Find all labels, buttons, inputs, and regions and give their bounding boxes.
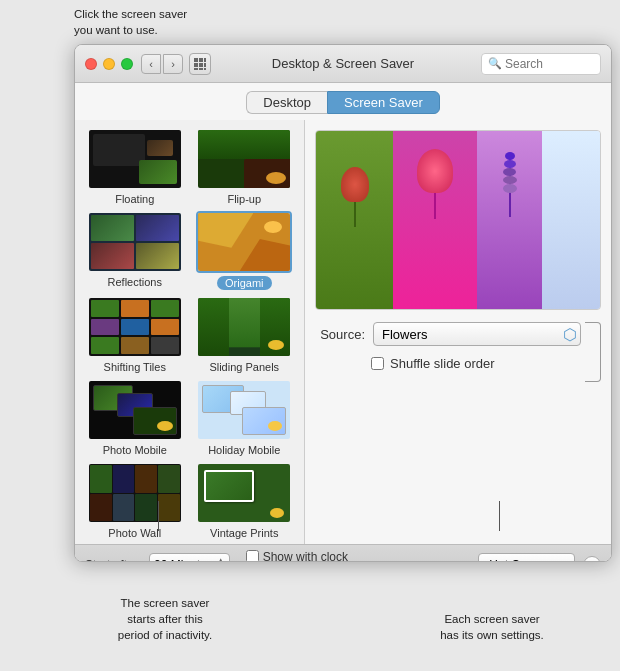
help-button[interactable]: ? <box>583 556 601 563</box>
saver-list: Floating Flip-up <box>75 120 305 544</box>
saver-label-vintage-prints: Vintage Prints <box>210 527 278 539</box>
saver-thumb-shifting-tiles <box>87 296 183 358</box>
source-row: Source: Flowers Desktop Pictures Choose … <box>315 322 581 346</box>
saver-item-sliding-panels[interactable]: Sliding Panels <box>193 296 297 373</box>
svg-rect-2 <box>204 58 206 62</box>
shuffle-row: Shuffle slide order <box>371 356 581 371</box>
saver-label-reflections: Reflections <box>108 276 162 288</box>
main-content: Floating Flip-up <box>75 120 611 544</box>
saver-thumb-flip-up <box>196 128 292 190</box>
bottom-checkboxes: Show with clock Use random screen saver <box>246 550 400 563</box>
saver-thumb-sliding-panels <box>196 296 292 358</box>
saver-thumb-photo-mobile <box>87 379 183 441</box>
preview-section-2 <box>393 131 477 309</box>
callout-line-bottom-left <box>158 501 159 531</box>
search-icon: 🔍 <box>488 57 502 70</box>
preview-section-4 <box>542 131 600 309</box>
tab-screen-saver[interactable]: Screen Saver <box>327 91 440 114</box>
saver-thumb-photo-wall <box>87 462 183 524</box>
svg-rect-1 <box>199 58 203 62</box>
show-with-clock-checkbox[interactable] <box>246 550 259 562</box>
saver-label-shifting-tiles: Shifting Tiles <box>104 361 166 373</box>
grid-button[interactable] <box>189 53 211 75</box>
svg-rect-8 <box>204 68 206 70</box>
annotation-bottom-right: Each screen saver has its own settings. <box>412 611 572 643</box>
search-box[interactable]: 🔍 <box>481 53 601 75</box>
saver-item-holiday-mobile[interactable]: Holiday Mobile <box>193 379 297 456</box>
saver-thumb-origami <box>196 211 292 273</box>
tab-desktop[interactable]: Desktop <box>246 91 327 114</box>
forward-button[interactable]: › <box>163 54 183 74</box>
tabs-bar: Desktop Screen Saver <box>75 83 611 120</box>
preview-section-3 <box>477 131 542 309</box>
annotation-bottom-left: The screen saver starts after this perio… <box>90 595 240 643</box>
saver-thumb-reflections <box>87 211 183 273</box>
settings-bracket <box>585 322 601 382</box>
saver-item-origami[interactable]: Origami <box>193 211 297 290</box>
saver-item-floating[interactable]: Floating <box>83 128 187 205</box>
start-after-label: Start after: <box>85 558 141 563</box>
saver-item-flip-up[interactable]: Flip-up <box>193 128 297 205</box>
shuffle-checkbox[interactable] <box>371 357 384 370</box>
search-input[interactable] <box>505 57 594 71</box>
saver-grid: Floating Flip-up <box>83 128 296 539</box>
annotation-top: Click the screen saver you want to use. <box>74 6 234 38</box>
saver-item-photo-wall[interactable]: Photo Wall <box>83 462 187 539</box>
saver-label-origami: Origami <box>217 276 272 290</box>
saver-item-reflections[interactable]: Reflections <box>83 211 187 290</box>
titlebar: ‹ › Desktop & Screen Saver 🔍 <box>75 45 611 83</box>
maximize-button[interactable] <box>121 58 133 70</box>
svg-rect-5 <box>204 63 206 67</box>
saver-label-sliding-panels: Sliding Panels <box>209 361 279 373</box>
svg-rect-3 <box>194 63 198 67</box>
nav-buttons: ‹ › <box>141 54 183 74</box>
shuffle-label: Shuffle slide order <box>390 356 495 371</box>
hot-corners-button[interactable]: Hot Corners... <box>478 553 575 563</box>
saver-thumb-floating <box>87 128 183 190</box>
saver-label-floating: Floating <box>115 193 154 205</box>
preview-image <box>315 130 601 310</box>
stepper-arrows[interactable]: ▲ ▼ <box>217 557 225 563</box>
window: ‹ › Desktop & Screen Saver 🔍 Desktop S <box>74 44 612 562</box>
preview-controls: Source: Flowers Desktop Pictures Choose … <box>315 322 601 382</box>
saver-item-vintage-prints[interactable]: Vintage Prints <box>193 462 297 539</box>
back-button[interactable]: ‹ <box>141 54 161 74</box>
svg-rect-6 <box>194 68 198 70</box>
saver-label-holiday-mobile: Holiday Mobile <box>208 444 280 456</box>
preview-section-1 <box>316 131 393 309</box>
callout-line-bottom-right <box>499 501 500 531</box>
saver-thumb-vintage-prints <box>196 462 292 524</box>
source-label: Source: <box>315 327 365 342</box>
close-button[interactable] <box>85 58 97 70</box>
window-title: Desktop & Screen Saver <box>272 56 414 71</box>
bottom-bar: Start after: 20 Minutes ▲ ▼ Show with cl… <box>75 544 611 562</box>
saver-label-photo-wall: Photo Wall <box>108 527 161 539</box>
show-with-clock-label: Show with clock <box>263 550 348 563</box>
saver-item-shifting-tiles[interactable]: Shifting Tiles <box>83 296 187 373</box>
traffic-lights <box>85 58 133 70</box>
show-with-clock-row: Show with clock <box>246 550 400 563</box>
svg-rect-4 <box>199 63 203 67</box>
saver-thumb-holiday-mobile <box>196 379 292 441</box>
saver-label-flip-up: Flip-up <box>227 193 261 205</box>
minutes-value: 20 Minutes <box>154 558 213 563</box>
saver-item-photo-mobile[interactable]: Photo Mobile <box>83 379 187 456</box>
preview-panel: Source: Flowers Desktop Pictures Choose … <box>305 120 611 544</box>
minutes-select[interactable]: 20 Minutes ▲ ▼ <box>149 553 230 563</box>
svg-rect-0 <box>194 58 198 62</box>
source-select[interactable]: Flowers Desktop Pictures Choose Folder..… <box>373 322 581 346</box>
saver-label-photo-mobile: Photo Mobile <box>103 444 167 456</box>
minimize-button[interactable] <box>103 58 115 70</box>
svg-rect-7 <box>199 68 203 70</box>
source-select-wrapper: Flowers Desktop Pictures Choose Folder..… <box>373 322 581 346</box>
